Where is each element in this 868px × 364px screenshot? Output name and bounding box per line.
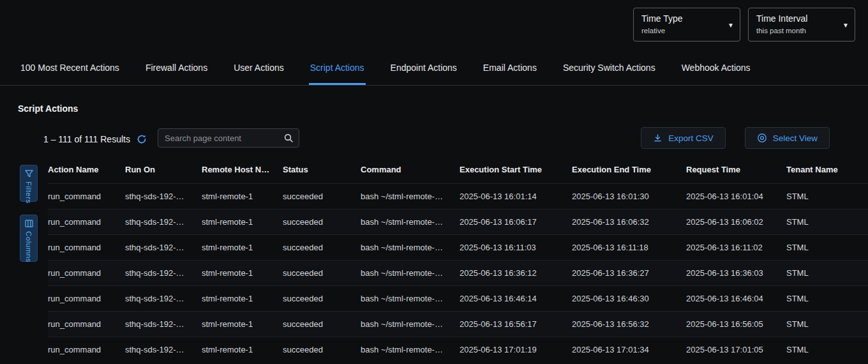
table-cell: run_command [48, 337, 125, 363]
export-csv-button[interactable]: Export CSV [641, 127, 726, 149]
tab-webhook-actions[interactable]: Webhook Actions [680, 55, 752, 85]
time-interval-select[interactable]: Time Interval this past month ▼ [748, 8, 855, 42]
table-cell: 2025-06-13 16:56:05 [686, 312, 786, 337]
table-row[interactable]: run_commandsthq-sds-192-…stml-remote-1su… [48, 184, 868, 209]
table-cell: sthq-sds-192-… [125, 261, 202, 286]
table-cell: stml-remote-1 [202, 184, 283, 209]
tab-email-actions[interactable]: Email Actions [482, 55, 538, 85]
table-row[interactable]: run_commandsthq-sds-192-…stml-remote-1su… [48, 337, 868, 363]
table-cell: 2025-06-13 16:46:30 [572, 286, 686, 312]
table-cell: 2025-06-13 16:06:32 [572, 209, 686, 235]
table-cell: run_command [48, 286, 125, 312]
table-cell: stml-remote-1 [202, 312, 283, 337]
select-view-button[interactable]: Select View [745, 127, 830, 149]
table-cell: stml-remote-1 [202, 261, 283, 286]
column-header[interactable]: Request Time [686, 157, 786, 184]
column-header[interactable]: Tenant Name [786, 157, 868, 184]
table-row[interactable]: run_commandsthq-sds-192-…stml-remote-1su… [48, 312, 868, 337]
tab-security-switch-actions[interactable]: Security Switch Actions [562, 55, 657, 85]
table-cell: 2025-06-13 17:01:19 [460, 337, 572, 363]
column-header[interactable]: Action Name [48, 157, 125, 184]
tab-user-actions[interactable]: User Actions [232, 55, 285, 85]
export-csv-label: Export CSV [668, 133, 714, 143]
filters-button[interactable]: Filters [20, 165, 38, 202]
table-cell: 2025-06-13 16:36:12 [460, 261, 572, 286]
column-header[interactable]: Run On [125, 157, 202, 184]
column-header[interactable]: Status [283, 157, 361, 184]
table-cell: run_command [48, 209, 125, 235]
tab-bar: 100 Most Recent ActionsFirewall ActionsU… [0, 55, 868, 86]
table-cell: succeeded [283, 209, 361, 235]
page-title: Script Actions [18, 103, 78, 114]
refresh-icon[interactable] [137, 134, 147, 144]
table-cell: bash ~/stml-remote-… [361, 312, 460, 337]
table-cell: sthq-sds-192-… [125, 286, 202, 312]
table-row[interactable]: run_commandsthq-sds-192-…stml-remote-1su… [48, 209, 868, 235]
table-cell: STML [786, 312, 868, 337]
table-cell: succeeded [283, 235, 361, 261]
time-interval-label: Time Interval [756, 13, 838, 24]
table-cell: succeeded [283, 312, 361, 337]
table-cell: stml-remote-1 [202, 286, 283, 312]
toolbar-buttons: Export CSV Select View [641, 127, 830, 149]
time-interval-value: this past month [756, 27, 838, 34]
table-cell: 2025-06-13 16:11:18 [572, 235, 686, 261]
table-cell: STML [786, 209, 868, 235]
table-cell: bash ~/stml-remote-… [361, 261, 460, 286]
columns-icon [25, 220, 33, 227]
table-cell: 2025-06-13 16:56:17 [460, 312, 572, 337]
table-cell: sthq-sds-192-… [125, 184, 202, 209]
table-cell: 2025-06-13 16:01:30 [572, 184, 686, 209]
tab-100-most-recent-actions[interactable]: 100 Most Recent Actions [19, 55, 121, 85]
table-cell: run_command [48, 235, 125, 261]
table-row[interactable]: run_commandsthq-sds-192-…stml-remote-1su… [48, 286, 868, 312]
caret-down-icon: ▼ [842, 22, 849, 29]
table-cell: sthq-sds-192-… [125, 312, 202, 337]
column-header[interactable]: Remote Host N… [202, 157, 283, 184]
table-cell: 2025-06-13 16:56:32 [572, 312, 686, 337]
results-line: 1 – 111 of 111 Results [43, 134, 147, 144]
search-input[interactable] [165, 133, 283, 143]
table-cell: run_command [48, 312, 125, 337]
table-header-row: Action NameRun OnRemote Host N…StatusCom… [48, 157, 868, 184]
columns-button[interactable]: Columns [20, 215, 38, 262]
table-cell: sthq-sds-192-… [125, 337, 202, 363]
tab-firewall-actions[interactable]: Firewall Actions [144, 55, 209, 85]
table-row[interactable]: run_commandsthq-sds-192-…stml-remote-1su… [48, 261, 868, 286]
table-cell: bash ~/stml-remote-… [361, 235, 460, 261]
table-cell: 2025-06-13 16:46:14 [460, 286, 572, 312]
table-cell: run_command [48, 184, 125, 209]
column-header[interactable]: Execution End Time [572, 157, 686, 184]
table-cell: bash ~/stml-remote-… [361, 184, 460, 209]
time-type-value: relative [641, 27, 723, 34]
table-cell: 2025-06-13 16:06:02 [686, 209, 786, 235]
select-view-label: Select View [773, 133, 818, 143]
table-cell: STML [786, 261, 868, 286]
time-type-select[interactable]: Time Type relative ▼ [633, 8, 740, 42]
filter-icon [25, 170, 33, 178]
table-cell: 2025-06-13 17:01:34 [572, 337, 686, 363]
table-cell: stml-remote-1 [202, 337, 283, 363]
table-cell: 2025-06-13 16:11:02 [686, 235, 786, 261]
table-cell: stml-remote-1 [202, 235, 283, 261]
table-cell: bash ~/stml-remote-… [361, 209, 460, 235]
table-row[interactable]: run_commandsthq-sds-192-…stml-remote-1su… [48, 235, 868, 261]
table-cell: STML [786, 337, 868, 363]
tab-endpoint-actions[interactable]: Endpoint Actions [389, 55, 458, 85]
table-cell: STML [786, 286, 868, 312]
tab-script-actions[interactable]: Script Actions [309, 55, 366, 85]
time-controls: Time Type relative ▼ Time Interval this … [633, 8, 855, 42]
table-cell: 2025-06-13 16:46:04 [686, 286, 786, 312]
table-cell: STML [786, 184, 868, 209]
table-cell: 2025-06-13 16:01:04 [686, 184, 786, 209]
column-header[interactable]: Execution Start Time [460, 157, 572, 184]
table-cell: succeeded [283, 184, 361, 209]
table-cell: 2025-06-13 16:11:03 [460, 235, 572, 261]
column-header[interactable]: Command [361, 157, 460, 184]
download-icon [653, 133, 662, 143]
table-cell: succeeded [283, 261, 361, 286]
table-cell: 2025-06-13 17:01:05 [686, 337, 786, 363]
time-type-label: Time Type [641, 13, 723, 24]
eye-icon [757, 133, 767, 143]
table-cell: 2025-06-13 16:06:17 [460, 209, 572, 235]
